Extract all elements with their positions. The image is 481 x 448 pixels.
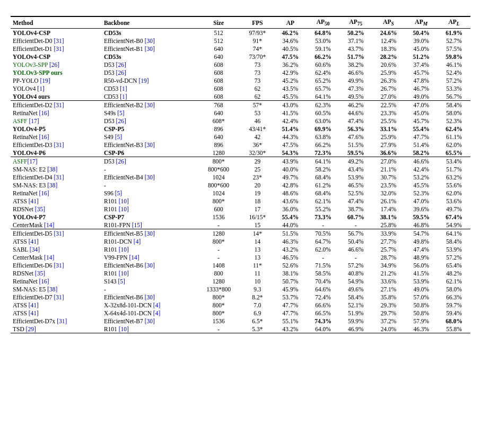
col-fps: FPS — [241, 16, 274, 29]
table-row: SM-NAS: E3 [38] - 800*600 20 42.8% 61.2%… — [11, 181, 470, 189]
comparison-table: Method Backbone Size FPS AP AP50 AP75 AP… — [11, 16, 470, 333]
col-size: Size — [196, 16, 241, 29]
table-row: YOLOv3-SPP ours D53 [26] 608 73 42.9% 62… — [11, 68, 470, 76]
table-row: ATSS [41] R101 [10] 800* 18 43.6% 62.1% … — [11, 197, 470, 205]
table-row: EfficientDet-D1 [31] EfficientNet-B1 [30… — [11, 45, 470, 53]
table-row: EfficientDet-D7x [31] EfficientNet-B7 [3… — [11, 317, 470, 325]
table-row: RDSNet [35] R101 [10] 600 17 36.0% 55.2%… — [11, 205, 470, 213]
col-method: Method — [11, 16, 102, 29]
table-row: RetinaNet [16] S49 [5] 640 42 44.3% 63.8… — [11, 133, 470, 141]
table-row: ASFF [17] D53 [26] 608* 46 42.4% 63.0% 4… — [11, 117, 470, 125]
table-row: EfficientDet-D4 [31] EfficientNet-B4 [30… — [11, 173, 470, 181]
table-row: TSD [29] R101 [10] - 5.3* 43.2% 64.0% 46… — [11, 325, 470, 333]
table-row: EfficientDet-D3 [31] EfficientNet-B3 [30… — [11, 141, 470, 149]
table-row: ATSS [41] X-64x4d-101-DCN [4] 800* 6.9 4… — [11, 309, 470, 317]
table-row: RetinaNet [16] S143 [5] 1280 10 50.7% 70… — [11, 277, 470, 285]
table-row: YOLOv4-CSP CD53s 640 73/70* 47.5% 66.2% … — [11, 53, 470, 61]
table-row: ATSS [41] X-32x8d-101-DCN [4] 800* 7.0 4… — [11, 301, 470, 309]
table-row: YOLOv4-CSP CD53s 512 97/93* 46.2% 64.8% … — [11, 29, 470, 37]
table-row: EfficientDet-D6 [31] EfficientNet-B6 [30… — [11, 261, 470, 269]
table-row: SABL [34] R101 [10] - 13 43.2% 62.0% 46.… — [11, 245, 470, 253]
table-row: SM-NAS: E2 [38] - 800*600 25 40.0% 58.2%… — [11, 165, 470, 173]
table-row: CenterMask [14] V99-FPN [14] - 13 46.5% … — [11, 253, 470, 261]
col-apl: APL — [438, 16, 470, 29]
table-row: SM-NAS: E5 [38] - 1333*800 9.3 45.9% 64.… — [11, 285, 470, 293]
col-backbone: Backbone — [102, 16, 196, 29]
table-row: YOLOv4-P5 CSP-P5 896 43/41* 51.4% 69.9% … — [11, 125, 470, 133]
table-row: YOLOv4-P6 CSP-P6 1280 32/30* 54.3% 72.3%… — [11, 149, 470, 157]
table-row: ASFF[17] D53 [26] 800* 29 43.9% 64.1% 49… — [11, 157, 470, 166]
col-apm: APM — [405, 16, 438, 29]
table-row: YOLOv3-SPP [26] D53 [26] 608 73 36.2% 60… — [11, 61, 470, 68]
table-row: PP-YOLO [19] R50-vd-DCN [19] 608 73 45.2… — [11, 76, 470, 84]
table-row: RetinaNet [16] S96 [5] 1024 19 48.6% 68.… — [11, 189, 470, 197]
col-ap: AP — [274, 16, 307, 29]
col-aps: APS — [372, 16, 405, 29]
table-row: RetinaNet [16] S49s [5] 640 53 41.5% 60.… — [11, 109, 470, 117]
table-row: CenterMask [14] R101-FPN [15] - 15 44.0%… — [11, 221, 470, 229]
table-row: RDSNet [35] R101 [10] 800 11 38.1% 58.5%… — [11, 269, 470, 277]
col-ap75: AP75 — [339, 16, 372, 29]
table-row: EfficientDet-D5 [31] EfficientNet-B5 [30… — [11, 229, 470, 238]
table-row: YOLOv4-P7 CSP-P7 1536 16/15* 55.4% 73.3%… — [11, 213, 470, 221]
table-header-row: Method Backbone Size FPS AP AP50 AP75 AP… — [11, 16, 470, 29]
table-row: ATSS [41] R101-DCN [4] 800* 14 46.3% 64.… — [11, 237, 470, 245]
table-row: EfficientDet-D7 [31] EfficientNet-B6 [30… — [11, 293, 470, 301]
table-row: EfficientDet-D2 [31] EfficientNet-B2 [30… — [11, 101, 470, 109]
table-row: YOLOv4 [1] CD53 [1] 608 62 43.5% 65.7% 4… — [11, 84, 470, 92]
col-ap50: AP50 — [307, 16, 339, 29]
table-row: YOLOv4 ours CD53 [1] 608 62 45.5% 64.1% … — [11, 92, 470, 101]
table-row: EfficientDet-D0 [31] EfficientNet-B0 [30… — [11, 37, 470, 45]
